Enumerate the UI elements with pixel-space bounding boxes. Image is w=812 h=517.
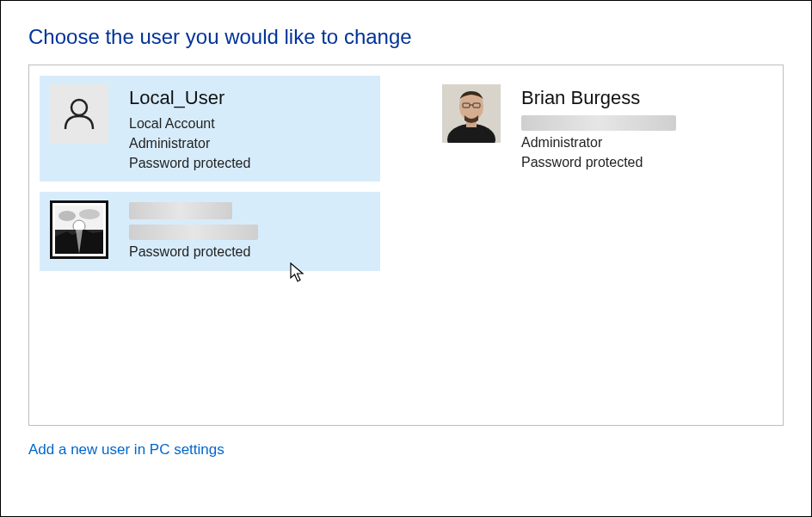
redacted-name — [129, 202, 232, 219]
user-card-brian-burgess[interactable]: Brian Burgess Administrator Password pro… — [432, 76, 772, 182]
page-container: Choose the user you would like to change… — [1, 1, 811, 476]
user-grid: Local_User Local Account Administrator P… — [40, 76, 772, 271]
user-info: Brian Burgess Administrator Password pro… — [521, 84, 676, 172]
redacted-text — [521, 115, 676, 131]
user-detail-line: Password protected — [129, 153, 250, 173]
svg-point-10 — [79, 209, 100, 219]
user-detail-line: Password protected — [521, 152, 676, 172]
user-list-box: Local_User Local Account Administrator P… — [28, 65, 784, 426]
user-info: Password protected — [129, 200, 258, 262]
avatar-photo — [442, 84, 501, 143]
user-detail-line: Local Account — [129, 114, 250, 133]
page-title: Choose the user you would like to change — [28, 25, 784, 49]
user-name: Local_User — [129, 84, 250, 112]
user-detail-line: Administrator — [521, 132, 676, 152]
add-user-link[interactable]: Add a new user in PC settings — [28, 441, 225, 459]
user-detail-line: Administrator — [129, 133, 250, 153]
user-name: Brian Burgess — [521, 84, 676, 112]
redacted-text — [129, 225, 258, 240]
user-detail-line: Password protected — [129, 242, 258, 262]
svg-point-9 — [58, 211, 76, 221]
user-info: Local_User Local Account Administrator P… — [129, 84, 250, 173]
user-card-redacted[interactable]: Password protected — [40, 192, 380, 270]
user-card-local-user[interactable]: Local_User Local Account Administrator P… — [40, 76, 380, 182]
avatar-thumbnail — [50, 200, 108, 259]
svg-point-0 — [71, 100, 87, 115]
avatar-placeholder-icon — [50, 84, 108, 143]
